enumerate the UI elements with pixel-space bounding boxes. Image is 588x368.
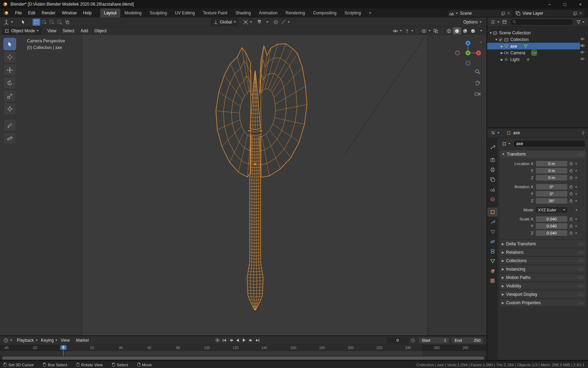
play-button[interactable]: [241, 337, 247, 343]
scale-x-field[interactable]: 0.040: [536, 216, 567, 222]
shading-solid-button[interactable]: [453, 27, 461, 34]
location-x-field[interactable]: 0 m: [536, 161, 567, 166]
close-button[interactable]: ×: [573, 0, 588, 8]
workspace-tab-layout[interactable]: Layout: [100, 8, 121, 18]
snap-toggle-button[interactable]: [255, 19, 263, 26]
lock-icon[interactable]: [569, 169, 573, 172]
timeline-scrollbar[interactable]: [0, 356, 486, 360]
proportional-editing-toggle[interactable]: [272, 19, 280, 26]
tab-material[interactable]: [487, 266, 498, 275]
shading-wireframe-button[interactable]: [445, 27, 453, 34]
workspace-tab-sculpting[interactable]: Sculpting: [146, 8, 171, 18]
workspace-tab-scripting[interactable]: Scripting: [341, 8, 365, 18]
outliner-editor-selector[interactable]: [489, 19, 501, 26]
rotation-x-field[interactable]: 0°: [536, 184, 567, 190]
checkbox-checked-icon[interactable]: [498, 38, 503, 42]
transform-panel-header[interactable]: ▼ Transform: [500, 150, 586, 158]
workspace-tab-texture-paint[interactable]: Texture Paint: [199, 8, 232, 18]
viewport-3d[interactable]: Camera Perspective (0) Collection | axe: [0, 35, 486, 335]
lock-icon[interactable]: [569, 176, 573, 179]
workspace-tab-shading[interactable]: Shading: [232, 8, 255, 18]
tab-world[interactable]: [487, 195, 498, 204]
transform-orientation-dropdown[interactable]: Global: [211, 18, 238, 26]
row-label[interactable]: Light: [510, 57, 519, 62]
shading-rendered-button[interactable]: [469, 27, 477, 34]
select-mode-new-button[interactable]: [33, 19, 40, 26]
tab-texture[interactable]: [487, 276, 498, 285]
shading-material-button[interactable]: [461, 27, 469, 34]
rotation-y-field[interactable]: 0°: [536, 191, 567, 197]
workspace-tab-compositing[interactable]: Compositing: [309, 8, 341, 18]
select-mode-subtract-button[interactable]: [48, 19, 56, 26]
delete-scene-button[interactable]: ×: [506, 11, 511, 16]
camera-data-badge[interactable]: [532, 50, 537, 55]
lock-icon[interactable]: [569, 185, 573, 189]
workspace-tab-modeling[interactable]: Modeling: [121, 8, 146, 18]
tool-cursor[interactable]: [4, 51, 16, 63]
frame-start-field[interactable]: Start 1: [419, 337, 449, 344]
workspace-tab-uv-editing[interactable]: UV Editing: [171, 8, 199, 18]
tool-scale[interactable]: [4, 90, 16, 102]
menu-view[interactable]: View: [44, 27, 59, 34]
tool-transform[interactable]: [4, 103, 16, 115]
record-button[interactable]: [214, 337, 221, 343]
lock-icon[interactable]: [569, 217, 573, 221]
row-label[interactable]: axe: [510, 44, 517, 49]
section-relations[interactable]: ▶ Relations: [500, 248, 586, 256]
location-z-field[interactable]: 0 m: [536, 175, 567, 180]
eye-icon[interactable]: [580, 50, 585, 54]
scale-y-field[interactable]: 0.040: [536, 223, 567, 229]
outliner-display-mode[interactable]: [501, 19, 508, 26]
view-layer-selector[interactable]: View Layer ×: [514, 9, 585, 17]
select-mode-intersect-button[interactable]: [63, 19, 71, 26]
new-scene-button[interactable]: [500, 11, 506, 16]
tool-annotate[interactable]: [4, 119, 16, 131]
menu-object[interactable]: Object: [91, 27, 110, 34]
tool-measure[interactable]: [4, 132, 16, 144]
outliner-row-scene-collection[interactable]: ▼ Scene Collection: [487, 29, 588, 36]
tab-object[interactable]: [487, 207, 498, 217]
tab-output[interactable]: [487, 165, 498, 174]
animate-dot[interactable]: [575, 232, 577, 234]
tab-modifiers[interactable]: [487, 217, 498, 226]
play-reverse-button[interactable]: [234, 337, 241, 343]
remove-view-layer-button[interactable]: ×: [578, 11, 583, 16]
properties-editor-selector[interactable]: [489, 129, 501, 136]
expander-icon[interactable]: ▶: [500, 58, 504, 61]
camera-view-button[interactable]: [473, 90, 482, 98]
panel-grip[interactable]: [578, 285, 584, 287]
options-dropdown[interactable]: Options: [462, 19, 483, 26]
panel-grip[interactable]: [578, 293, 584, 296]
tab-scene[interactable]: [487, 185, 498, 194]
animate-dot[interactable]: [575, 170, 577, 171]
select-mode-invert-button[interactable]: [56, 19, 63, 26]
animate-dot[interactable]: [575, 163, 577, 164]
panel-grip[interactable]: [578, 276, 584, 279]
tab-render[interactable]: [487, 155, 498, 164]
eye-icon[interactable]: [580, 57, 585, 61]
select-mode-extend-button[interactable]: [40, 19, 48, 26]
eye-icon[interactable]: [580, 44, 585, 47]
section-visibility[interactable]: ▶ Visibility: [500, 282, 586, 289]
snap-settings-dropdown[interactable]: [263, 19, 270, 26]
animate-dot[interactable]: [576, 209, 577, 211]
menu-keying[interactable]: Keying: [38, 337, 57, 344]
location-y-field[interactable]: 0 m: [536, 168, 567, 173]
menu-edit[interactable]: Edit: [25, 9, 38, 16]
current-frame-field[interactable]: 0: [386, 337, 409, 344]
prev-keyframe-button[interactable]: [227, 337, 234, 343]
active-tool-icon-button[interactable]: [19, 19, 27, 26]
proportional-falloff-dropdown[interactable]: [280, 19, 291, 26]
tool-select-box[interactable]: [4, 38, 16, 50]
overlays-dropdown[interactable]: [420, 27, 432, 34]
expander-icon[interactable]: ▶: [500, 45, 504, 48]
menu-render[interactable]: Render: [38, 9, 58, 16]
gizmo-neg-x-axis[interactable]: [455, 51, 460, 55]
jump-to-start-button[interactable]: [221, 337, 227, 343]
mode-selector-dropdown[interactable]: Object Mode: [2, 27, 41, 35]
outliner-row-light[interactable]: ▶ Light: [487, 56, 588, 63]
jump-to-end-button[interactable]: [254, 337, 261, 343]
pivot-point-dropdown[interactable]: [242, 19, 253, 26]
panel-grip[interactable]: [578, 301, 584, 304]
row-label[interactable]: Scene Collection: [499, 30, 531, 35]
